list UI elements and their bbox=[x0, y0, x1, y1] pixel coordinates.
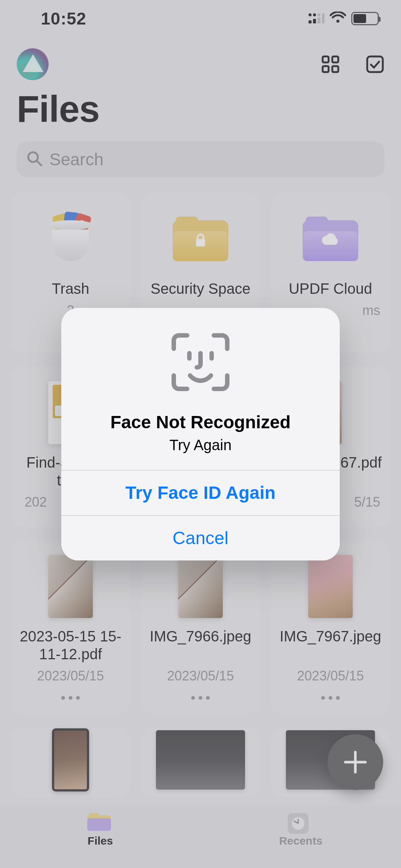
faceid-alert: Face Not Recognized Try Again Try Face I… bbox=[61, 308, 340, 560]
faceid-icon bbox=[167, 329, 234, 396]
alert-title: Face Not Recognized bbox=[76, 412, 325, 432]
cancel-button[interactable]: Cancel bbox=[61, 515, 340, 560]
alert-subtitle: Try Again bbox=[76, 437, 325, 453]
try-face-id-again-button[interactable]: Try Face ID Again bbox=[61, 470, 340, 515]
screen-root: 10:52 bbox=[0, 0, 401, 868]
